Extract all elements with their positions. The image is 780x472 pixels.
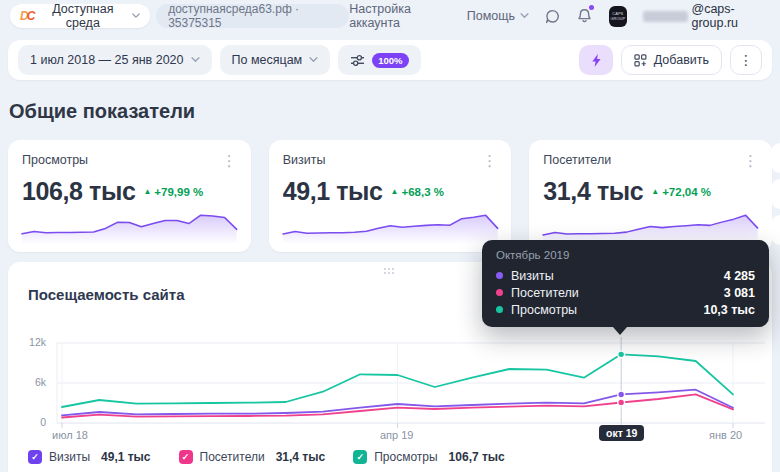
metric-value-row: 106,8 тыс ▲+79,99 % (22, 177, 237, 206)
legend-item-visitors[interactable]: ✓ Посетители 31,4 тыс (179, 450, 326, 464)
counter-name: Доступная среда (39, 2, 126, 30)
y-axis-tick: 12k (8, 336, 52, 348)
filters-toolbar: 1 июл 2018 — 25 янв 2020 По месяцам 100% (8, 40, 772, 80)
metric-delta: ▲+68,3 % (391, 186, 444, 198)
traffic-chart-svg (8, 337, 772, 442)
legend-item-views[interactable]: ✓ Просмотры 106,7 тыс (353, 450, 505, 464)
filters-right: Добавить ⋮ (579, 45, 762, 75)
metric-label: Просмотры (22, 153, 88, 167)
up-triangle-icon: ▲ (391, 187, 399, 196)
kebab-menu-icon[interactable]: ⋮ (482, 153, 497, 168)
date-range-selector[interactable]: 1 июл 2018 — 25 янв 2020 (18, 45, 212, 75)
kebab-menu-icon[interactable]: ⋮ (743, 153, 758, 168)
y-axis-tick: 6k (8, 376, 52, 388)
card-header: Просмотры ⋮ (22, 153, 237, 168)
tooltip-series-value: 3 081 (724, 286, 755, 300)
chart-title: Посещаемость сайта (28, 286, 184, 303)
chart-tooltip: Октябрь 2019 Визиты 4 285 Посетители 3 0… (482, 240, 769, 327)
tooltip-series-label: Просмотры (511, 303, 577, 317)
card-header: Визиты ⋮ (283, 153, 498, 168)
legend-value: 106,7 тыс (449, 450, 505, 464)
legend-value: 31,4 тыс (276, 450, 326, 464)
legend-label: Визиты (49, 450, 90, 464)
add-widget-label: Добавить (654, 53, 709, 67)
up-triangle-icon: ▲ (143, 187, 151, 196)
legend-label: Посетители (200, 450, 265, 464)
series-dot (496, 289, 503, 296)
nav-help[interactable]: Помощь (467, 9, 529, 23)
counter-selector[interactable]: DC Доступная среда (10, 4, 150, 28)
chat-icon[interactable] (545, 7, 561, 25)
chevron-down-icon (520, 13, 529, 19)
add-widget-button[interactable]: Добавить (621, 45, 722, 75)
metric-value-row: 49,1 тыс ▲+68,3 % (283, 177, 498, 206)
chevron-down-icon (191, 57, 200, 63)
legend-value: 49,1 тыс (101, 450, 151, 464)
x-axis-tick: апр 19 (380, 429, 413, 441)
nav-account-settings-label: Настройка аккаунта (349, 2, 450, 30)
tooltip-series-value: 4 285 (724, 269, 755, 283)
date-range-label: 1 июл 2018 — 25 янв 2020 (30, 53, 184, 67)
sliders-icon (350, 54, 365, 67)
drag-handle-icon[interactable] (384, 268, 396, 276)
user-account[interactable]: @caps-group.ru (643, 2, 770, 30)
metric-sparkline (20, 208, 239, 244)
grouping-label: По месяцам (232, 53, 303, 67)
site-info[interactable]: доступнаясреда63.рф · 35375315 (156, 4, 349, 28)
page-title: Общие показатели (9, 100, 195, 123)
tooltip-row: Визиты 4 285 (496, 267, 755, 284)
user-email: @caps-group.ru (691, 2, 770, 30)
sampling-badge: 100% (372, 53, 408, 68)
nav-help-label: Помощь (467, 9, 515, 23)
metric-value-row: 31,4 тыс ▲+72,04 % (543, 177, 758, 206)
notification-dot (589, 5, 594, 10)
legend-item-visits[interactable]: ✓ Визиты 49,1 тыс (28, 450, 151, 464)
metric-delta: ▲+79,99 % (143, 186, 203, 198)
metrica-dashboard: DC Доступная среда доступнаясреда63.рф ·… (0, 0, 780, 472)
tooltip-series-label: Визиты (511, 269, 554, 283)
x-axis-tick: июл 18 (52, 429, 88, 441)
tooltip-series-value: 10,3 тыс (703, 303, 755, 317)
kebab-menu-icon[interactable]: ⋮ (222, 153, 237, 168)
offscreen-panel-edge (771, 143, 780, 173)
metric-card-visitors[interactable]: Посетители ⋮ 31,4 тыс ▲+72,04 % (529, 140, 772, 252)
checkbox-checked-icon[interactable]: ✓ (353, 450, 367, 464)
offscreen-panel-edge (771, 215, 780, 245)
sampling-control[interactable]: 100% (338, 45, 420, 75)
metric-delta-value: +68,3 % (401, 186, 444, 198)
grouping-selector[interactable]: По месяцам (220, 45, 331, 75)
quick-actions-button[interactable] (579, 45, 613, 75)
tooltip-title: Октябрь 2019 (496, 249, 755, 261)
metric-cards-row: Просмотры ⋮ 106,8 тыс ▲+79,99 % Визиты ⋮… (8, 140, 772, 252)
tooltip-row: Посетители 3 081 (496, 284, 755, 301)
kebab-menu-icon[interactable]: ⋮ (730, 45, 762, 75)
metric-sparkline (281, 208, 500, 244)
metric-card-views[interactable]: Просмотры ⋮ 106,8 тыс ▲+79,99 % (8, 140, 251, 252)
tooltip-row: Просмотры 10,3 тыс (496, 301, 755, 318)
avatar[interactable]: CAPS GROUP (609, 6, 627, 27)
top-bar: DC Доступная среда доступнаясреда63.рф ·… (0, 0, 780, 32)
nav-account-settings[interactable]: Настройка аккаунта (349, 2, 450, 30)
metric-card-visits[interactable]: Визиты ⋮ 49,1 тыс ▲+68,3 % (269, 140, 512, 252)
x-axis-tick-highlighted: окт 19 (599, 425, 644, 441)
tooltip-series-label: Посетители (511, 286, 579, 300)
series-dot (496, 272, 503, 279)
chart-plot-area[interactable]: 12k 6k 0 (8, 337, 772, 442)
metric-delta: ▲+72,04 % (651, 186, 711, 198)
top-bar-left: DC Доступная среда доступнаясреда63.рф ·… (10, 4, 349, 28)
metric-label: Посетители (543, 153, 611, 167)
lightning-icon (590, 53, 602, 68)
checkbox-checked-icon[interactable]: ✓ (28, 450, 42, 464)
up-triangle-icon: ▲ (651, 187, 659, 196)
metric-value: 31,4 тыс (543, 177, 643, 206)
offscreen-panel-edge (771, 179, 780, 209)
x-axis-tick: янв 20 (709, 429, 742, 441)
chevron-down-icon (132, 13, 140, 19)
notifications-bell-icon[interactable] (577, 7, 593, 25)
top-bar-right: Настройка аккаунта Помощь CAPS GROUP @ca… (349, 2, 770, 30)
checkbox-checked-icon[interactable]: ✓ (179, 450, 193, 464)
metric-label: Визиты (283, 153, 326, 167)
metric-value: 106,8 тыс (22, 177, 135, 206)
metric-delta-value: +72,04 % (662, 186, 711, 198)
chevron-down-icon (309, 57, 318, 63)
